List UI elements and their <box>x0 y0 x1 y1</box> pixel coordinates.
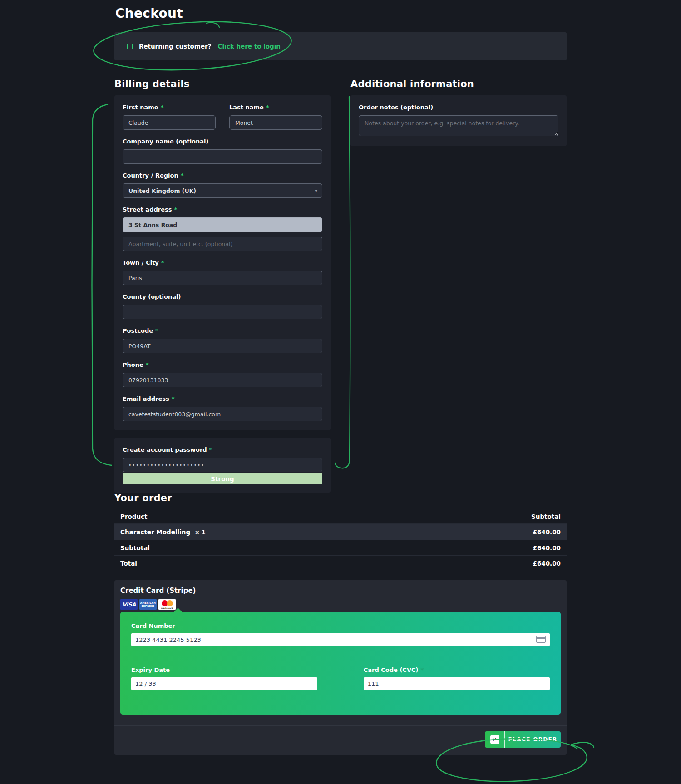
subtotal-label: Subtotal <box>120 544 150 552</box>
street-address-field: Street address* <box>123 206 322 251</box>
product-quantity: × 1 <box>195 529 206 536</box>
company-field: Company name (optional) <box>123 138 322 164</box>
company-input[interactable] <box>123 149 322 164</box>
annotation-bracket-left <box>92 104 112 465</box>
checkout-columns: Billing details First name* Last name* C… <box>114 79 567 493</box>
returning-customer-text: Returning customer? <box>139 43 212 50</box>
county-input[interactable] <box>123 305 322 319</box>
company-label: Company name (optional) <box>123 138 322 146</box>
country-select-value: United Kingdom (UK) <box>128 187 196 194</box>
first-name-field: First name* <box>123 104 216 130</box>
accepted-cards: VISA AMERICANEXPRESS mastercard <box>120 599 561 610</box>
first-name-input[interactable] <box>123 115 216 130</box>
checkbox-outline-icon <box>127 44 133 49</box>
create-account-panel: Create account password* Strong <box>114 438 331 493</box>
total-value: £640.00 <box>533 560 561 567</box>
street-address-input[interactable] <box>123 217 322 232</box>
phone-field: Phone* <box>123 361 322 387</box>
expiry-field: Expiry Date <box>131 666 317 690</box>
required-mark: * <box>155 327 158 334</box>
required-mark: * <box>181 172 184 179</box>
required-mark: * <box>161 104 164 111</box>
payment-method-header: Credit Card (Stripe) VISA AMERICANEXPRES… <box>114 587 567 610</box>
product-price-cell: £640.00 <box>533 528 561 536</box>
required-mark: * <box>174 206 177 213</box>
county-field: County (optional) <box>123 293 322 319</box>
expiry-label: Expiry Date <box>131 666 317 674</box>
country-select[interactable]: United Kingdom (UK) ▾ <box>123 183 322 198</box>
subtotal-value: £640.00 <box>533 544 561 552</box>
city-label: Town / City* <box>123 259 322 267</box>
product-column-header: Product <box>120 513 148 520</box>
payment-method-title: Credit Card (Stripe) <box>120 587 561 595</box>
county-label: County (optional) <box>123 293 322 301</box>
phone-input[interactable] <box>123 373 322 387</box>
required-mark: * <box>266 104 269 111</box>
postcode-field: Postcode* <box>123 327 322 353</box>
expiry-input[interactable] <box>131 677 317 690</box>
required-mark: * <box>161 259 164 266</box>
additional-info-column: Additional information Order notes (opti… <box>350 79 567 146</box>
email-input[interactable] <box>123 407 322 421</box>
email-label: Email address* <box>123 395 322 403</box>
place-order-button[interactable]: ↵ PLACE ORDER <box>485 731 561 748</box>
order-notes-label: Order notes (optional) <box>359 104 558 112</box>
cvc-input[interactable] <box>364 677 550 690</box>
password-strength-meter: Strong <box>123 473 322 484</box>
card-number-wrap <box>131 633 550 646</box>
required-mark: * <box>172 395 175 402</box>
text-cursor <box>377 680 378 687</box>
cvc-field: Card Code (CVC)* <box>364 666 550 690</box>
country-label: Country / Region* <box>123 172 322 180</box>
order-table-header: Product Subtotal <box>114 509 567 524</box>
apartment-input[interactable] <box>123 237 322 251</box>
stripe-card-form: Card Number Expiry Date Card Code (CVC)* <box>120 612 561 715</box>
amex-icon: AMERICANEXPRESS <box>139 599 157 610</box>
last-name-field: Last name* <box>229 104 322 133</box>
email-field: Email address* <box>123 395 322 421</box>
order-notes-textarea[interactable] <box>359 115 558 136</box>
card-number-label: Card Number <box>131 622 550 630</box>
required-mark: * <box>146 361 149 368</box>
street-address-label: Street address* <box>123 206 322 214</box>
subtotal-row: Subtotal £640.00 <box>114 540 567 556</box>
additional-info-heading: Additional information <box>350 79 567 89</box>
login-link[interactable]: Click here to login <box>218 43 281 50</box>
expiry-cvc-row: Expiry Date Card Code (CVC)* <box>131 666 550 690</box>
card-number-input[interactable] <box>131 633 550 646</box>
city-input[interactable] <box>123 271 322 285</box>
mastercard-icon: mastercard <box>158 599 176 610</box>
place-order-label: PLACE ORDER <box>505 736 561 743</box>
product-name-cell: Character Modelling× 1 <box>120 528 206 536</box>
total-row: Total £640.00 <box>114 556 567 571</box>
city-field: Town / City* <box>123 259 322 285</box>
order-table: Product Subtotal Character Modelling× 1 … <box>114 509 567 571</box>
checkout-page: Checkout Returning customer? Click here … <box>114 0 567 755</box>
total-label: Total <box>120 560 137 567</box>
create-password-input[interactable] <box>123 458 322 472</box>
required-mark: * <box>209 446 212 453</box>
your-order-heading: Your order <box>114 493 567 503</box>
last-name-label: Last name* <box>229 104 322 112</box>
postcode-input[interactable] <box>123 339 322 353</box>
annotation-pen-tail-bottom <box>571 742 594 747</box>
chevron-down-icon: ▾ <box>315 188 317 194</box>
postcode-label: Postcode* <box>123 327 322 335</box>
country-field: Country / Region* United Kingdom (UK) ▾ <box>123 172 322 198</box>
first-name-label: First name* <box>123 104 216 112</box>
billing-panel: First name* Last name* Company name (opt… <box>114 95 331 430</box>
page-title: Checkout <box>115 6 567 21</box>
billing-heading: Billing details <box>114 79 331 89</box>
phone-label: Phone* <box>123 361 322 369</box>
visa-icon: VISA <box>120 599 138 610</box>
billing-column: Billing details First name* Last name* C… <box>114 79 331 493</box>
credit-card-icon <box>536 636 546 643</box>
table-row: Character Modelling× 1 £640.00 <box>114 524 567 540</box>
subtotal-column-header: Subtotal <box>531 513 561 520</box>
payment-section: Credit Card (Stripe) VISA AMERICANEXPRES… <box>114 580 567 755</box>
order-notes-panel: Order notes (optional) <box>350 95 567 146</box>
cvc-label: Card Code (CVC)* <box>364 666 550 674</box>
payment-footer: ↵ PLACE ORDER <box>114 725 567 755</box>
last-name-input[interactable] <box>229 115 322 130</box>
returning-customer-notice: Returning customer? Click here to login <box>114 32 567 60</box>
